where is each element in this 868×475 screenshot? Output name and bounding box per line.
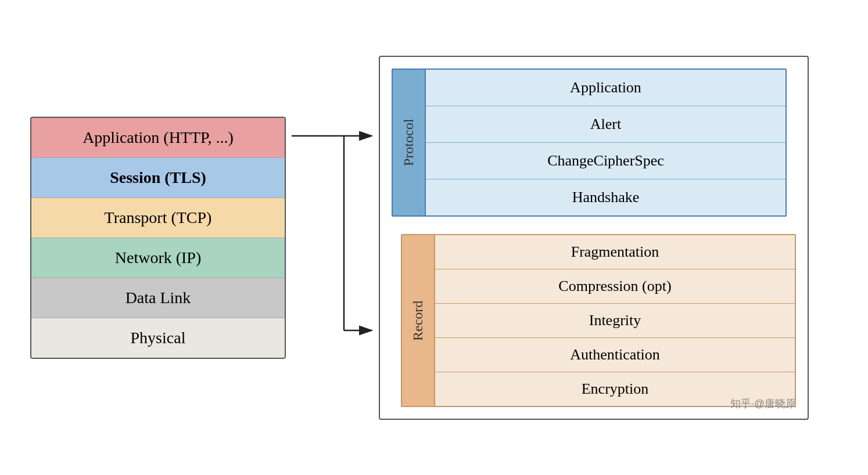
right-section: Protocol ApplicationAlertChangeCipherSpe… [286,34,838,441]
main-container: Application (HTTP, ...)Session (TLS)Tran… [10,11,858,464]
protocol-items: ApplicationAlertChangeCipherSpecHandshak… [425,70,785,215]
record-items: FragmentationCompression (opt)IntegrityA… [434,235,795,406]
right-diagram: Protocol ApplicationAlertChangeCipherSpe… [379,56,809,420]
layer-physical: Physical [31,318,285,358]
layer-network: Network (IP) [31,238,285,278]
protocol-label: Protocol [393,70,425,215]
protocol-item-3: Handshake [426,179,785,215]
protocol-item-0: Application [426,70,785,106]
record-item-0: Fragmentation [435,235,795,269]
record-item-2: Integrity [435,304,795,338]
layer-session: Session (TLS) [31,158,285,198]
layer-transport: Transport (TCP) [31,198,285,238]
record-item-3: Authentication [435,338,795,372]
left-network-stack: Application (HTTP, ...)Session (TLS)Tran… [30,117,286,359]
record-item-1: Compression (opt) [435,269,795,304]
layer-app: Application (HTTP, ...) [31,118,285,158]
record-label: Record [402,235,434,406]
record-box: Record FragmentationCompression (opt)Int… [401,234,796,407]
protocol-item-2: ChangeCipherSpec [426,143,785,179]
protocol-item-1: Alert [426,106,785,143]
watermark: 知乎·@唐晓原 [730,397,796,411]
layer-datalink: Data Link [31,278,285,318]
protocol-box: Protocol ApplicationAlertChangeCipherSpe… [392,69,787,217]
